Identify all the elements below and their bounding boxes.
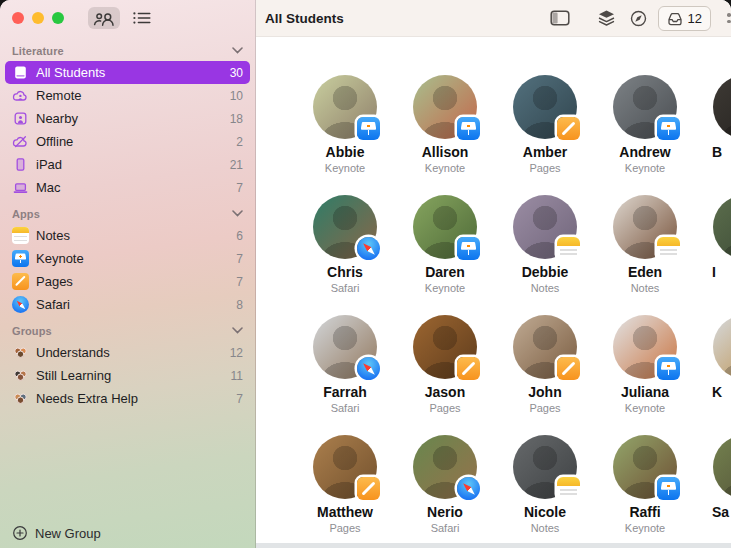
minimize-button[interactable] <box>32 12 44 24</box>
list-view-button[interactable] <box>126 7 158 29</box>
item-count: 7 <box>236 275 243 289</box>
student-card[interactable]: John Pages <box>495 315 595 435</box>
sidebar-item-nearby[interactable]: Nearby 18 <box>5 107 250 130</box>
navigate-compass-icon <box>629 9 648 28</box>
student-card[interactable]: Jason Pages <box>395 315 495 435</box>
people-grid-view-button[interactable] <box>88 7 120 29</box>
student-app-label: Safari <box>395 521 495 535</box>
zoom-button[interactable] <box>52 12 64 24</box>
sidebar-item-label: Offline <box>36 134 73 149</box>
layers-button[interactable] <box>597 5 616 31</box>
student-card[interactable]: Raffi Keynote <box>595 435 695 548</box>
keynote-badge-icon <box>657 477 680 500</box>
group-avatars-icon <box>12 390 29 407</box>
sidebar-item-label: Pages <box>36 274 73 289</box>
student-card[interactable]: I <box>695 195 731 315</box>
invite-button[interactable]: 12 <box>658 6 711 31</box>
student-name: Sa <box>695 504 731 521</box>
group-avatars-icon <box>12 367 29 384</box>
safari-badge-icon <box>357 237 380 260</box>
student-card[interactable]: K <box>695 315 731 435</box>
sidebar-item-mac[interactable]: Mac 7 <box>5 176 250 199</box>
sidebar-item-understands[interactable]: Understands 12 <box>5 341 250 364</box>
sidebar-item-needs-extra-help[interactable]: Needs Extra Help 7 <box>5 387 250 410</box>
student-card[interactable]: Chris Safari <box>295 195 395 315</box>
sidebar-item-notes[interactable]: Notes 6 <box>5 224 250 247</box>
student-card[interactable]: Abbie Keynote <box>295 75 395 195</box>
new-group-button[interactable]: New Group <box>12 522 101 544</box>
student-app-label: Notes <box>595 281 695 295</box>
student-name: Andrew <box>595 144 695 161</box>
student-row: Matthew Pages Nerio Safari Nicole Notes … <box>295 435 731 548</box>
student-name: B <box>695 144 731 161</box>
student-name: Allison <box>395 144 495 161</box>
notes-badge-icon <box>557 237 580 260</box>
item-count: 30 <box>230 66 243 80</box>
student-name: I <box>695 264 731 281</box>
student-card[interactable]: B <box>695 75 731 195</box>
student-card[interactable]: Farrah Safari <box>295 315 395 435</box>
close-button[interactable] <box>12 12 24 24</box>
sidebar-item-keynote[interactable]: Keynote 7 <box>5 247 250 270</box>
notes-badge-icon <box>657 237 680 260</box>
ipad-icon <box>12 156 29 173</box>
student-name: Nicole <box>495 504 595 521</box>
student-card[interactable]: Eden Notes <box>595 195 695 315</box>
student-card[interactable]: Daren Keynote <box>395 195 495 315</box>
item-count: 18 <box>230 112 243 126</box>
student-card[interactable]: Sa <box>695 435 731 548</box>
sidebar-item-safari[interactable]: Safari 8 <box>5 293 250 316</box>
student-row: Chris Safari Daren Keynote Debbie Notes … <box>295 195 731 315</box>
section-label: Apps <box>12 208 232 220</box>
student-card[interactable]: Amber Pages <box>495 75 595 195</box>
student-card[interactable]: Allison Keynote <box>395 75 495 195</box>
student-card[interactable]: Debbie Notes <box>495 195 595 315</box>
main-pane: All Students <box>256 0 731 548</box>
mac-icon <box>12 179 29 196</box>
section-header-groups[interactable]: Groups <box>12 322 243 339</box>
student-app-label: Keynote <box>595 401 695 415</box>
sidebar-item-label: Remote <box>36 88 82 103</box>
item-count: 7 <box>236 392 243 406</box>
student-name: Farrah <box>295 384 395 401</box>
chevron-down-icon[interactable] <box>232 210 243 217</box>
window-bottom-edge <box>256 543 731 548</box>
student-card[interactable]: Matthew Pages <box>295 435 395 548</box>
sidebar: Literature All Students 30 Remote 10 Nea… <box>0 0 256 548</box>
sidebar-item-offline[interactable]: Offline 2 <box>5 130 250 153</box>
student-app-label: Keynote <box>295 161 395 175</box>
student-card[interactable]: Nerio Safari <box>395 435 495 548</box>
sidebar-item-all-students[interactable]: All Students 30 <box>5 61 250 84</box>
sidebar-item-ipad[interactable]: iPad 21 <box>5 153 250 176</box>
item-count: 10 <box>230 89 243 103</box>
notes-app-icon <box>12 227 29 244</box>
navigate-compass-button[interactable] <box>629 5 648 31</box>
item-count: 6 <box>236 229 243 243</box>
section-header-literature[interactable]: Literature <box>12 42 243 59</box>
nearby-person-icon <box>12 110 29 127</box>
sidebar-item-pages[interactable]: Pages 7 <box>5 270 250 293</box>
clipped-toolbar-icon[interactable] <box>727 13 731 26</box>
chevron-down-icon[interactable] <box>232 327 243 334</box>
keynote-badge-icon <box>657 117 680 140</box>
student-name: Juliana <box>595 384 695 401</box>
student-card[interactable]: Nicole Notes <box>495 435 595 548</box>
section-label: Literature <box>12 45 232 57</box>
student-card[interactable]: Juliana Keynote <box>595 315 695 435</box>
view-toggle <box>88 7 158 29</box>
sidebar-item-label: iPad <box>36 157 62 172</box>
student-name: Abbie <box>295 144 395 161</box>
sidebar-item-label: Nearby <box>36 111 78 126</box>
sidebar-toggle-button[interactable] <box>550 5 570 31</box>
chevron-down-icon[interactable] <box>232 47 243 54</box>
sidebar-item-label: Safari <box>36 297 70 312</box>
section-header-apps[interactable]: Apps <box>12 205 243 222</box>
plus-circle-icon <box>12 525 28 541</box>
sidebar-item-remote[interactable]: Remote 10 <box>5 84 250 107</box>
student-app-label: Keynote <box>595 161 695 175</box>
item-count: 7 <box>236 181 243 195</box>
sidebar-item-label: Mac <box>36 180 61 195</box>
student-card[interactable]: Andrew Keynote <box>595 75 695 195</box>
keynote-badge-icon <box>457 237 480 260</box>
sidebar-item-still-learning[interactable]: Still Learning 11 <box>5 364 250 387</box>
